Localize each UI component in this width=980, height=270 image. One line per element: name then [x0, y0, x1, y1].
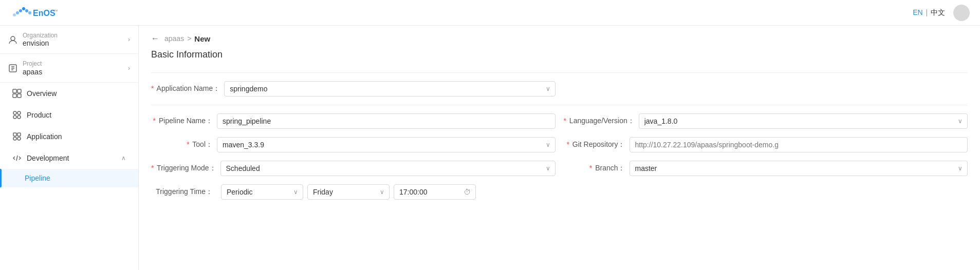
trigger-mode-label-text: Triggering Mode： [157, 164, 216, 172]
sidebar-org-section[interactable]: Organization envision › [0, 26, 138, 54]
branch-label-text: Branch： [595, 164, 625, 172]
project-chevron: › [128, 65, 130, 72]
svg-rect-15 [13, 94, 16, 98]
branch-label: * Branch： [564, 164, 625, 173]
svg-point-1 [16, 11, 19, 14]
development-label: Development [27, 154, 69, 162]
time-input-wrapper: ⏱ [394, 184, 476, 200]
sidebar-item-overview[interactable]: Overview [0, 83, 138, 104]
branch-select[interactable]: master [630, 161, 968, 176]
org-title: Organization [23, 32, 58, 39]
trigger-time-row: Triggering Time： Periodic ∨ Friday [151, 184, 968, 200]
project-icon [8, 64, 17, 73]
sidebar-item-development[interactable]: Development ∧ [0, 147, 138, 169]
lang-zh[interactable]: 中文 [931, 8, 945, 16]
sidebar: Organization envision › Project apaas [0, 26, 139, 270]
svg-rect-21 [13, 133, 16, 136]
svg-point-3 [22, 7, 25, 10]
breadcrumb-current: New [194, 34, 210, 43]
navbar-right: EN | 中文 [913, 5, 970, 21]
svg-point-5 [28, 11, 31, 14]
svg-point-19 [13, 115, 16, 119]
app-name-label: * Application Name： [151, 84, 220, 93]
overview-label: Overview [27, 89, 57, 98]
svg-text:EnOS: EnOS [33, 9, 56, 17]
git-repo-input[interactable] [630, 137, 968, 152]
branch-select-wrapper: master ∨ [630, 161, 968, 176]
breadcrumb-separator: > [187, 34, 191, 43]
svg-text:™: ™ [53, 9, 58, 14]
page-title: Basic Information [151, 49, 968, 60]
svg-point-18 [17, 111, 21, 114]
app-name-select[interactable]: springdemo [224, 81, 555, 97]
git-repo-field: * Git Repository： [564, 137, 968, 152]
svg-rect-13 [13, 89, 16, 93]
git-repo-label-text: Git Repository： [572, 140, 625, 148]
svg-point-24 [17, 137, 21, 140]
day-select[interactable]: Friday [307, 184, 390, 200]
trigger-mode-label: * Triggering Mode： [151, 164, 216, 173]
sidebar-item-product[interactable]: Product [0, 104, 138, 126]
lang-en[interactable]: EN [913, 8, 922, 16]
project-title: Project [23, 60, 42, 67]
language-label-text: Language/Version： [569, 117, 635, 125]
trigger-time-label: Triggering Time： [151, 187, 213, 197]
time-input[interactable] [394, 184, 476, 200]
tool-select[interactable]: maven_3.3.9 [217, 137, 556, 152]
sidebar-project-text: Project apaas [23, 60, 42, 75]
breadcrumb-parent[interactable]: apaas [164, 34, 184, 43]
sidebar-org-text: Organization envision [23, 32, 58, 47]
svg-point-0 [13, 13, 16, 16]
branch-field: * Branch： master ∨ [564, 161, 968, 176]
language-select[interactable]: java_1.8.0 [639, 113, 968, 129]
logo-svg: EnOS ™ [10, 6, 62, 20]
svg-point-4 [25, 9, 28, 12]
trigger-mode-select[interactable]: Scheduled [220, 161, 556, 176]
org-icon [8, 35, 17, 44]
org-chevron: › [128, 36, 130, 43]
language-field: * Language/Version： java_1.8.0 ∨ [564, 113, 968, 129]
tool-git-row: * Tool： maven_3.3.9 ∨ * [151, 137, 968, 152]
pipeline-name-label-text: Pipeline Name： [159, 117, 213, 125]
pipeline-name-input[interactable] [217, 113, 556, 129]
trigger-time-label-text: Triggering Time： [156, 187, 213, 196]
user-avatar[interactable] [953, 5, 970, 21]
app-name-label-text: Application Name： [157, 84, 220, 92]
svg-rect-14 [17, 89, 21, 93]
form-divider-top [151, 72, 968, 73]
svg-point-17 [13, 111, 16, 114]
development-chevron: ∧ [121, 155, 126, 162]
tool-select-wrapper: maven_3.3.9 ∨ [217, 137, 556, 152]
svg-point-20 [17, 115, 21, 119]
sidebar-project-left: Project apaas [8, 60, 42, 75]
git-repo-label: * Git Repository： [564, 140, 625, 149]
day-select-wrapper: Friday ∨ [307, 184, 390, 200]
sidebar-sub-item-pipeline[interactable]: Pipeline [0, 169, 138, 187]
development-icon [12, 153, 22, 163]
project-value: apaas [23, 68, 42, 76]
overview-icon [12, 89, 22, 98]
trigger-mode-field: * Triggering Mode： Scheduled ∨ [151, 161, 556, 176]
navbar: EnOS ™ EN | 中文 [0, 0, 980, 26]
form-divider-mid [151, 105, 968, 105]
pipeline-label: Pipeline [25, 174, 50, 182]
trigger-mode-select-wrapper: Scheduled ∨ [220, 161, 556, 176]
breadcrumb: ← apaas > New [139, 26, 980, 47]
svg-line-25 [16, 156, 17, 161]
back-button[interactable]: ← [151, 34, 159, 43]
app-name-required: * [151, 84, 154, 92]
trigger-time-inputs: Periodic ∨ Friday ∨ ⏱ [221, 184, 968, 200]
page-title-section: Basic Information [139, 47, 980, 68]
pipeline-name-field: * Pipeline Name： [151, 113, 556, 129]
sidebar-item-application[interactable]: Application [0, 126, 138, 147]
product-label: Product [27, 111, 51, 119]
periodic-select[interactable]: Periodic [221, 184, 303, 200]
sidebar-project-section[interactable]: Project apaas › [0, 54, 138, 82]
trigger-branch-row: * Triggering Mode： Scheduled ∨ [151, 161, 968, 176]
form-section: * Application Name： springdemo ∨ [139, 72, 980, 200]
language-switcher[interactable]: EN | 中文 [913, 8, 945, 17]
svg-rect-22 [17, 133, 21, 136]
development-item-left: Development [12, 153, 69, 163]
pipeline-name-label: * Pipeline Name： [151, 117, 213, 126]
periodic-select-wrapper: Periodic ∨ [221, 184, 303, 200]
